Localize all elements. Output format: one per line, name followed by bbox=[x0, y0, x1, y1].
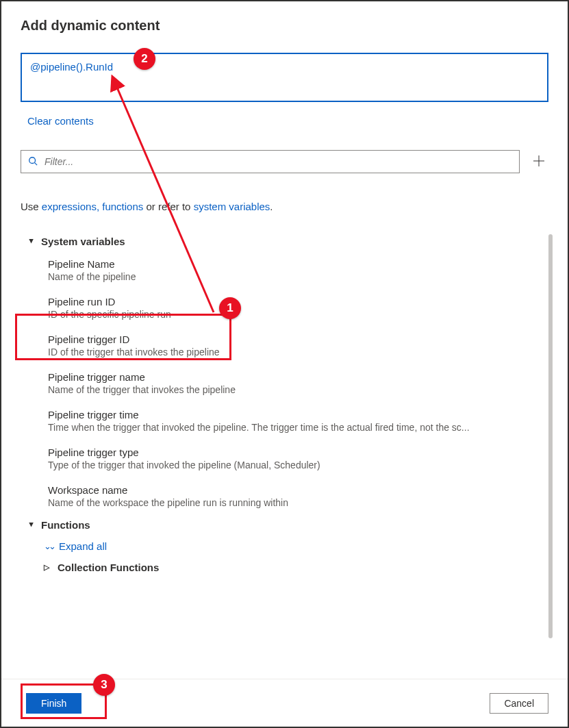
filter-field[interactable] bbox=[21, 150, 520, 173]
list-item[interactable]: Pipeline trigger time Time when the trig… bbox=[21, 402, 539, 440]
item-desc: Name of the workspace the pipeline run i… bbox=[48, 497, 539, 508]
svg-line-1 bbox=[35, 162, 38, 165]
expression-input[interactable]: @pipeline().RunId bbox=[21, 53, 548, 102]
footer: Finish Cancel bbox=[1, 679, 568, 727]
item-title: Pipeline trigger type bbox=[48, 447, 539, 458]
item-desc: Name of the trigger that invokes the pip… bbox=[48, 384, 539, 395]
scrollbar[interactable] bbox=[548, 234, 553, 638]
section-label: System variables bbox=[41, 236, 125, 247]
list-item[interactable]: Pipeline trigger name Name of the trigge… bbox=[21, 364, 539, 402]
expressions-functions-link[interactable]: expressions, functions bbox=[42, 201, 143, 212]
item-desc: Name of the pipeline bbox=[48, 271, 539, 282]
list-item[interactable]: Workspace name Name of the workspace the… bbox=[21, 477, 539, 515]
system-variables-link[interactable]: system variables bbox=[194, 201, 270, 212]
hint-text: Use expressions, functions or refer to s… bbox=[21, 201, 548, 212]
filter-input[interactable] bbox=[43, 155, 512, 168]
callout-badge: 2 bbox=[134, 48, 155, 70]
item-title: Pipeline trigger name bbox=[48, 371, 539, 383]
callout-badge: 3 bbox=[93, 674, 115, 696]
item-title: Workspace name bbox=[48, 484, 539, 496]
chevron-down-icon bbox=[27, 238, 36, 246]
search-icon bbox=[28, 156, 38, 168]
list-item[interactable]: Pipeline trigger ID ID of the trigger th… bbox=[21, 327, 539, 364]
list-item[interactable]: Pipeline trigger type Type of the trigge… bbox=[21, 440, 539, 477]
item-title: Pipeline trigger time bbox=[48, 409, 539, 421]
item-desc: Type of the trigger that invoked the pip… bbox=[48, 460, 539, 470]
chevron-down-icon bbox=[27, 521, 36, 529]
item-desc: ID of the specific pipeline run bbox=[48, 309, 539, 320]
callout-badge: 1 bbox=[219, 297, 241, 319]
section-label: Functions bbox=[41, 519, 90, 531]
item-title: Pipeline trigger ID bbox=[48, 334, 539, 345]
cancel-button[interactable]: Cancel bbox=[490, 693, 548, 714]
item-desc: Time when the trigger that invoked the p… bbox=[48, 422, 539, 433]
item-title: Pipeline run ID bbox=[48, 296, 539, 307]
double-chevron-down-icon: ⌄⌄ bbox=[44, 541, 53, 551]
item-title: Pipeline Name bbox=[48, 258, 539, 270]
chevron-right-icon bbox=[44, 563, 52, 572]
svg-point-0 bbox=[29, 157, 36, 163]
section-functions[interactable]: Functions bbox=[21, 515, 539, 535]
clear-contents-link[interactable]: Clear contents bbox=[27, 115, 94, 127]
section-system-variables[interactable]: System variables bbox=[21, 231, 539, 251]
expand-all-link[interactable]: ⌄⌄ Expand all bbox=[21, 535, 539, 557]
list-item[interactable]: Pipeline run ID ID of the specific pipel… bbox=[21, 289, 539, 327]
item-desc: ID of the trigger that invokes the pipel… bbox=[48, 347, 539, 357]
section-label: Collection Functions bbox=[58, 562, 159, 573]
finish-button[interactable]: Finish bbox=[26, 693, 81, 714]
list-item[interactable]: Pipeline Name Name of the pipeline bbox=[21, 251, 539, 289]
panel-title: Add dynamic content bbox=[21, 18, 548, 34]
add-button[interactable] bbox=[529, 153, 548, 171]
section-collection-functions[interactable]: Collection Functions bbox=[21, 557, 539, 577]
